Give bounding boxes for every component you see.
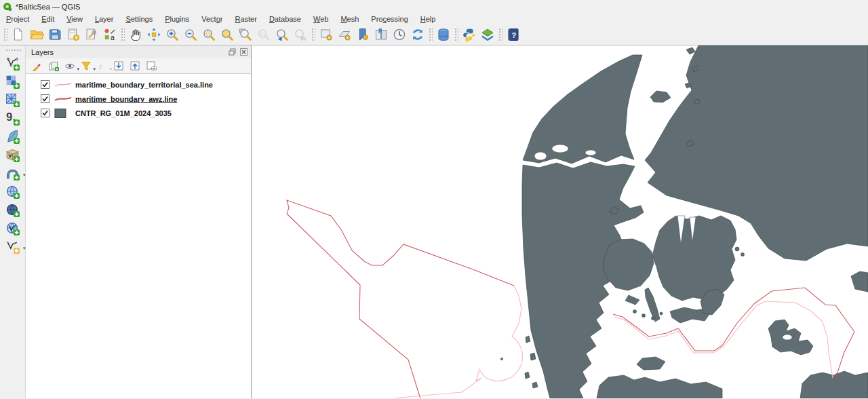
manage-map-themes-icon[interactable]: ▾: [62, 59, 77, 73]
svg-text:a: a: [111, 33, 115, 41]
layer-row[interactable]: CNTR_RG_01M_2024_3035: [26, 106, 251, 120]
toolbar-drag-handle[interactable]: [120, 27, 125, 42]
menu-layer[interactable]: Layer: [89, 14, 120, 24]
expand-all-icon[interactable]: [111, 59, 126, 73]
dropdown-caret-icon: ▾: [23, 172, 26, 178]
add-mesh-layer-icon[interactable]: [3, 91, 23, 109]
add-postgis-layer-icon[interactable]: ▾: [3, 164, 23, 182]
layer-symbol-swatch: [54, 94, 72, 104]
add-wms-layer-icon[interactable]: [3, 183, 23, 200]
pan-map-icon[interactable]: [126, 26, 144, 44]
filter-legend-expression-icon[interactable]: ε▾: [95, 59, 110, 73]
awz-boundary-north-sea: [287, 200, 514, 398]
qgis-window: *BalticSea — QGIS ProjectEditViewLayerSe…: [0, 0, 868, 399]
menu-plugins[interactable]: Plugins: [159, 14, 195, 24]
add-wfs-layer-icon[interactable]: [3, 219, 23, 237]
menu-processing[interactable]: Processing: [365, 14, 414, 24]
menu-project[interactable]: Project: [0, 14, 35, 24]
land-fehmarn: [637, 357, 665, 370]
menu-raster[interactable]: Raster: [229, 14, 262, 24]
layer-symbol-swatch: [54, 80, 72, 90]
db-manager-icon[interactable]: [434, 26, 452, 44]
float-panel-icon[interactable]: [227, 48, 237, 56]
remove-layer-icon[interactable]: [144, 59, 159, 73]
new-map-view-icon[interactable]: [317, 26, 335, 44]
new-project-icon[interactable]: [9, 26, 27, 44]
menu-vector[interactable]: Vector: [195, 14, 229, 24]
window-titlebar: *BalticSea — QGIS: [0, 0, 868, 13]
layer-row[interactable]: maritime_boundary_territorial_sea.line: [26, 77, 251, 92]
zoom-to-selection-icon[interactable]: [218, 26, 236, 44]
open-project-icon[interactable]: [27, 26, 45, 44]
add-virtual-layer-icon[interactable]: ▾: [3, 238, 23, 255]
add-group-icon[interactable]: [46, 59, 61, 73]
menu-edit[interactable]: Edit: [35, 14, 60, 24]
layer-name: CNTR_RG_01M_2024_3035: [75, 109, 172, 117]
temporal-controller-icon[interactable]: [390, 26, 408, 44]
zoom-last-icon[interactable]: [273, 26, 291, 44]
add-geopackage-layer-icon[interactable]: [3, 146, 23, 164]
style-manager-icon[interactable]: a: [100, 26, 119, 44]
dropdown-caret-icon: ▾: [23, 246, 26, 251]
collapse-all-icon[interactable]: [127, 59, 142, 73]
land-funen: [603, 239, 654, 290]
manage-layers-toolbar: 9,▾▾: [0, 45, 26, 398]
add-spatialite-layer-icon[interactable]: [3, 128, 23, 145]
add-wcs-layer-icon[interactable]: [3, 201, 23, 218]
svg-text:ε: ε: [99, 62, 102, 71]
filter-legend-icon[interactable]: ▾: [79, 59, 94, 73]
land-north-jutland: [523, 55, 642, 164]
zoom-next-icon[interactable]: [291, 26, 309, 44]
menu-view[interactable]: View: [60, 14, 89, 24]
close-panel-icon[interactable]: [239, 48, 248, 56]
layer-row[interactable]: maritime_boundary_awz.line: [26, 92, 251, 106]
toolbar-drag-handle[interactable]: [428, 27, 433, 42]
map-render: [252, 45, 868, 398]
new-bookmark-icon[interactable]: [353, 26, 372, 44]
toolbar-drag-handle[interactable]: [498, 27, 502, 42]
layer-visibility-checkbox[interactable]: [41, 109, 50, 117]
toolbar-drag-handle[interactable]: [3, 27, 7, 42]
toolbar-drag-handle[interactable]: [454, 27, 458, 42]
zoom-to-layer-icon[interactable]: [236, 26, 254, 44]
show-bookmarks-icon[interactable]: [372, 26, 390, 44]
open-layer-styling-icon[interactable]: [30, 59, 45, 73]
pan-to-selection-icon[interactable]: [144, 26, 163, 44]
new-3d-map-view-icon[interactable]: [335, 26, 353, 44]
add-vector-layer-icon[interactable]: [3, 54, 23, 72]
zoom-in-icon[interactable]: [163, 26, 181, 44]
layers-panel-title: Layers: [31, 48, 54, 56]
zoom-native-icon[interactable]: 1:1: [254, 26, 273, 44]
layer-tree: maritime_boundary_territorial_sea.linema…: [26, 74, 251, 398]
land-mecklenburg: [800, 371, 868, 398]
svg-text:1:1: 1:1: [260, 32, 266, 36]
layers-panel-toolbar: ▾▾ε▾: [26, 58, 251, 74]
toolbar-drag-handle[interactable]: [311, 27, 315, 42]
menu-mesh[interactable]: Mesh: [334, 14, 365, 24]
add-delimited-text-layer-icon[interactable]: 9,: [3, 109, 23, 127]
zoom-out-icon[interactable]: [181, 26, 199, 44]
land-laesoe: [650, 91, 671, 102]
menu-web[interactable]: Web: [307, 14, 334, 24]
add-raster-layer-icon[interactable]: [3, 73, 23, 90]
menu-help[interactable]: Help: [414, 14, 442, 24]
help-icon[interactable]: ?: [504, 26, 522, 44]
land-bornholm: [851, 271, 868, 292]
python-console-icon[interactable]: [460, 26, 478, 44]
layout-manager-icon[interactable]: [82, 26, 100, 44]
menu-database[interactable]: Database: [263, 14, 307, 24]
land-helgoland: [500, 358, 502, 360]
toolbar-drag-handle[interactable]: [5, 48, 21, 52]
map-canvas[interactable]: [252, 45, 868, 398]
layer-visibility-checkbox[interactable]: [41, 94, 50, 103]
layer-symbol-swatch: [54, 109, 72, 118]
refresh-icon[interactable]: [408, 26, 427, 44]
new-print-layout-icon[interactable]: [64, 26, 82, 44]
territorial-sea-north-sea: [380, 286, 522, 398]
save-project-icon[interactable]: [45, 26, 64, 44]
metasearch-icon[interactable]: [478, 26, 496, 44]
zoom-full-icon[interactable]: [199, 26, 218, 44]
layer-name: maritime_boundary_awz.line: [75, 95, 177, 103]
menu-settings[interactable]: Settings: [119, 14, 159, 24]
layer-visibility-checkbox[interactable]: [41, 80, 50, 89]
